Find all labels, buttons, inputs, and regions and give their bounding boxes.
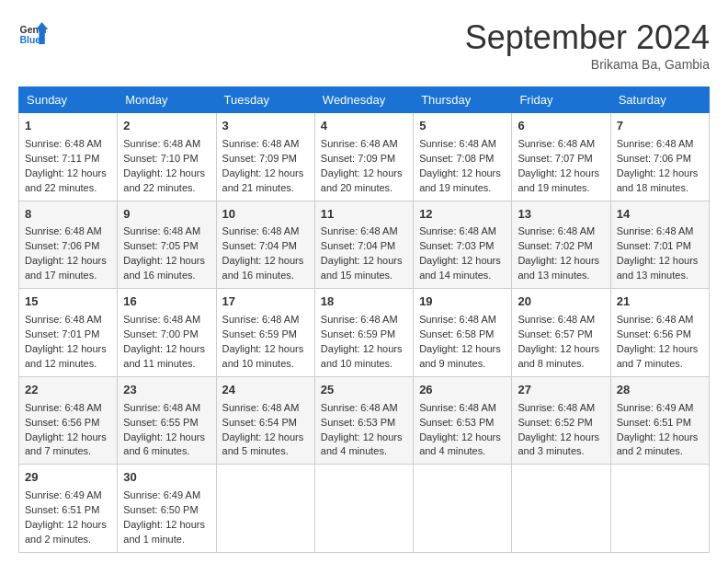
day-number: 29 xyxy=(25,469,111,487)
day-info-line: Sunset: 7:10 PM xyxy=(123,153,198,164)
day-number: 14 xyxy=(617,206,703,224)
logo: General Blue xyxy=(18,18,48,48)
day-info-line: Sunrise: 6:48 AM xyxy=(222,402,300,413)
day-number: 22 xyxy=(25,382,111,399)
calendar-day-cell: 4Sunrise: 6:48 AMSunset: 7:09 PMDaylight… xyxy=(314,113,413,201)
day-info-line: Daylight: 12 hours xyxy=(617,431,699,442)
day-info-line: Sunset: 7:04 PM xyxy=(222,240,297,251)
day-info-line: Daylight: 12 hours xyxy=(518,167,599,178)
day-info-line: Sunset: 7:01 PM xyxy=(25,328,99,339)
day-info-line: Sunrise: 6:48 AM xyxy=(222,314,300,325)
day-info-line: Sunrise: 6:48 AM xyxy=(25,402,102,413)
day-info-line: Daylight: 12 hours xyxy=(123,519,205,530)
day-info-line: Sunrise: 6:48 AM xyxy=(518,402,595,413)
day-info-line: Sunset: 7:05 PM xyxy=(123,240,198,251)
calendar-week-row: 1Sunrise: 6:48 AMSunset: 7:11 PMDaylight… xyxy=(19,113,710,201)
day-info-line: Sunrise: 6:48 AM xyxy=(123,225,200,236)
day-info-line: and 12 minutes. xyxy=(25,358,97,369)
day-info-line: and 22 minutes. xyxy=(123,182,195,193)
day-info-line: Sunset: 7:08 PM xyxy=(419,153,494,164)
day-info-line: Daylight: 12 hours xyxy=(419,167,501,178)
day-number: 28 xyxy=(617,382,703,399)
day-info-line: and 13 minutes. xyxy=(617,270,688,281)
day-info-line: Sunrise: 6:48 AM xyxy=(321,402,398,413)
calendar-day-cell: 6Sunrise: 6:48 AMSunset: 7:07 PMDaylight… xyxy=(512,113,610,201)
day-info-line: Sunset: 6:56 PM xyxy=(617,328,691,339)
day-info-line: Daylight: 12 hours xyxy=(321,343,403,354)
day-info-line: Daylight: 12 hours xyxy=(617,343,699,354)
day-info-line: and 8 minutes. xyxy=(518,358,584,369)
day-info-line: Sunrise: 6:48 AM xyxy=(123,138,200,149)
day-info-line: Sunset: 7:01 PM xyxy=(617,240,691,251)
day-info-line: Sunset: 6:52 PM xyxy=(518,417,592,428)
calendar-day-cell: 7Sunrise: 6:48 AMSunset: 7:06 PMDaylight… xyxy=(610,113,709,201)
calendar-day-cell: 21Sunrise: 6:48 AMSunset: 6:56 PMDayligh… xyxy=(610,289,709,377)
day-info-line: Daylight: 12 hours xyxy=(222,343,304,354)
day-info-line: Sunset: 6:59 PM xyxy=(222,328,297,339)
day-info-line: Sunset: 6:54 PM xyxy=(222,417,297,428)
day-number: 7 xyxy=(617,118,703,135)
day-number: 24 xyxy=(222,382,309,399)
day-number: 27 xyxy=(518,382,604,399)
day-info-line: and 11 minutes. xyxy=(123,358,195,369)
day-number: 20 xyxy=(518,293,604,311)
day-number: 4 xyxy=(321,118,407,135)
day-info-line: Daylight: 12 hours xyxy=(25,431,107,442)
page-header: General Blue September 2024 Brikama Ba, … xyxy=(18,18,710,72)
day-info-line: Sunrise: 6:49 AM xyxy=(617,402,694,413)
day-info-line: Sunset: 7:02 PM xyxy=(518,240,592,251)
day-info-line: Sunset: 6:59 PM xyxy=(321,328,395,339)
day-info-line: Sunset: 6:55 PM xyxy=(123,417,198,428)
day-info-line: Daylight: 12 hours xyxy=(321,431,403,442)
day-info-line: Daylight: 12 hours xyxy=(25,343,107,354)
day-info-line: and 1 minute. xyxy=(123,534,185,545)
day-number: 12 xyxy=(419,206,506,224)
day-info-line: Daylight: 12 hours xyxy=(518,255,599,266)
calendar-week-row: 8Sunrise: 6:48 AMSunset: 7:06 PMDaylight… xyxy=(19,201,710,289)
day-info-line: and 5 minutes. xyxy=(222,445,289,456)
calendar-day-cell: 20Sunrise: 6:48 AMSunset: 6:57 PMDayligh… xyxy=(512,289,610,377)
day-info-line: and 18 minutes. xyxy=(617,182,688,193)
calendar-day-cell: 29Sunrise: 6:49 AMSunset: 6:51 PMDayligh… xyxy=(19,465,118,553)
month-title: September 2024 xyxy=(465,18,710,57)
calendar-day-cell: 16Sunrise: 6:48 AMSunset: 7:00 PMDayligh… xyxy=(118,289,216,377)
day-info-line: Sunset: 6:50 PM xyxy=(123,504,198,515)
calendar-day-cell: 8Sunrise: 6:48 AMSunset: 7:06 PMDaylight… xyxy=(19,201,118,289)
day-info-line: and 4 minutes. xyxy=(321,445,387,456)
day-info-line: Daylight: 12 hours xyxy=(123,255,205,266)
day-info-line: Sunrise: 6:49 AM xyxy=(123,489,200,500)
calendar-day-cell: 27Sunrise: 6:48 AMSunset: 6:52 PMDayligh… xyxy=(512,376,610,465)
day-number: 15 xyxy=(25,293,111,311)
day-number: 11 xyxy=(321,206,407,224)
day-info-line: Daylight: 12 hours xyxy=(25,167,107,178)
calendar-day-cell: 9Sunrise: 6:48 AMSunset: 7:05 PMDaylight… xyxy=(118,201,216,289)
weekday-header-sunday: Sunday xyxy=(19,87,118,113)
calendar-day-cell: 19Sunrise: 6:48 AMSunset: 6:58 PMDayligh… xyxy=(414,289,512,377)
day-info-line: Daylight: 12 hours xyxy=(419,343,501,354)
day-info-line: Sunrise: 6:49 AM xyxy=(25,489,102,500)
weekday-header-wednesday: Wednesday xyxy=(314,87,413,113)
day-number: 9 xyxy=(123,206,210,224)
day-info-line: Sunrise: 6:48 AM xyxy=(419,225,496,236)
day-info-line: and 7 minutes. xyxy=(25,445,91,456)
day-info-line: Sunrise: 6:48 AM xyxy=(222,138,300,149)
empty-cell xyxy=(610,465,709,553)
day-info-line: Sunrise: 6:48 AM xyxy=(419,138,496,149)
day-info-line: Sunrise: 6:48 AM xyxy=(321,314,398,325)
calendar-day-cell: 14Sunrise: 6:48 AMSunset: 7:01 PMDayligh… xyxy=(610,201,709,289)
calendar-day-cell: 13Sunrise: 6:48 AMSunset: 7:02 PMDayligh… xyxy=(512,201,610,289)
day-info-line: Sunrise: 6:48 AM xyxy=(123,402,200,413)
day-info-line: and 10 minutes. xyxy=(321,358,392,369)
calendar-day-cell: 30Sunrise: 6:49 AMSunset: 6:50 PMDayligh… xyxy=(118,465,216,553)
day-info-line: and 14 minutes. xyxy=(419,270,491,281)
day-info-line: Sunrise: 6:48 AM xyxy=(25,314,102,325)
day-info-line: Sunrise: 6:48 AM xyxy=(617,314,694,325)
calendar-day-cell: 15Sunrise: 6:48 AMSunset: 7:01 PMDayligh… xyxy=(19,289,118,377)
calendar-week-row: 15Sunrise: 6:48 AMSunset: 7:01 PMDayligh… xyxy=(19,289,710,377)
calendar-day-cell: 5Sunrise: 6:48 AMSunset: 7:08 PMDaylight… xyxy=(414,113,512,201)
day-number: 1 xyxy=(25,118,111,135)
day-info-line: Sunset: 7:03 PM xyxy=(419,240,494,251)
empty-cell xyxy=(314,465,413,553)
day-info-line: Sunrise: 6:48 AM xyxy=(419,402,496,413)
weekday-header-tuesday: Tuesday xyxy=(216,87,314,113)
